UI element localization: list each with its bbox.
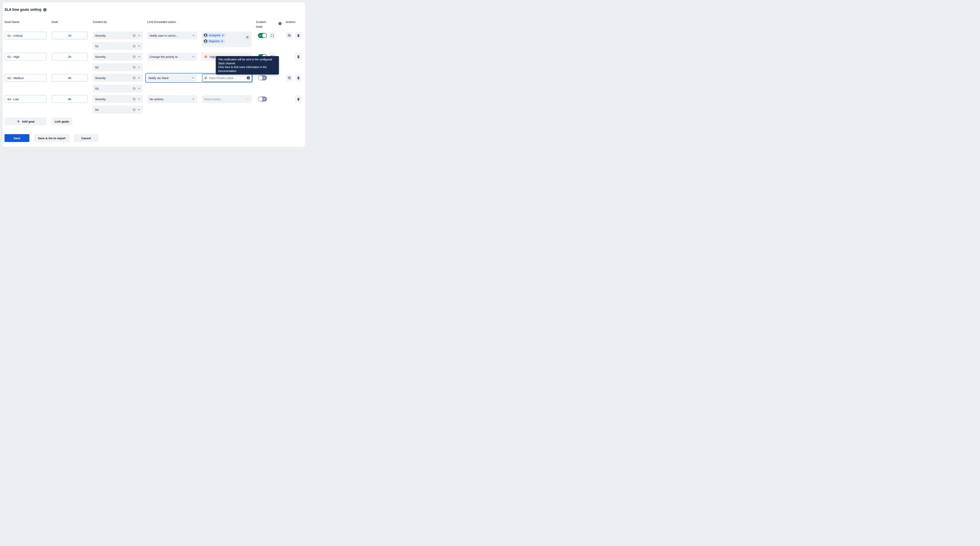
trash-icon [296, 97, 300, 101]
select-value: Severity [95, 76, 131, 80]
cancel-label: Cancel [81, 136, 91, 140]
select-value: Notify via Slack [149, 76, 190, 80]
column-header-custom-field: Custom Field [256, 19, 270, 29]
comment-button[interactable] [286, 32, 293, 40]
remove-icon[interactable] [222, 34, 224, 37]
sla-settings-page: SLA time goals setting Goal Name Goal Co… [0, 0, 307, 148]
clear-icon[interactable] [132, 108, 136, 112]
clear-icon[interactable] [132, 66, 136, 69]
custom-field-toggle-cell [258, 95, 268, 103]
save-go-report-label: Save & Go to report [38, 136, 65, 140]
trash-icon [296, 34, 300, 37]
chevron-down-icon [191, 77, 194, 79]
context-value-select[interactable]: S4 [93, 106, 143, 113]
chip-label: Reporter [209, 40, 220, 43]
remove-icon[interactable] [221, 40, 223, 42]
goal-input[interactable] [54, 34, 85, 37]
cross-icon [263, 98, 266, 100]
column-header-context-by: Context by [93, 19, 107, 24]
goal-input[interactable] [54, 97, 85, 101]
trash-icon [296, 76, 300, 80]
link-goals-button[interactable]: Link goals [51, 118, 72, 125]
custom-field-toggle[interactable] [258, 33, 267, 38]
clear-all-icon[interactable] [245, 34, 250, 40]
chevron-down-icon [138, 77, 140, 79]
cross-icon [263, 77, 266, 79]
link-goals-label: Link goals [55, 120, 69, 123]
comment-icon [287, 34, 291, 37]
limit-action-select[interactable]: Notify via Slack [146, 74, 197, 82]
column-header-actions: Actions [286, 19, 295, 24]
goal-field [51, 32, 88, 40]
clear-icon[interactable] [132, 87, 136, 90]
notify-users-multiselect[interactable]: Assignee Reporter [202, 32, 252, 47]
goal-name-input[interactable] [7, 76, 44, 80]
context-field-select[interactable]: Severity [93, 95, 143, 103]
select-value: Severity [95, 34, 131, 37]
slack-notification-tooltip[interactable]: This notification will be sent to the co… [216, 56, 279, 75]
custom-field-toggle[interactable] [258, 96, 267, 102]
delete-button[interactable] [295, 74, 302, 82]
goal-name-input[interactable] [7, 97, 44, 101]
select-value: No actions [150, 97, 190, 101]
cancel-button[interactable]: Cancel [74, 134, 99, 142]
expand-button[interactable] [269, 32, 276, 40]
chevron-down-icon [192, 34, 195, 37]
priority-highest-icon [204, 55, 208, 59]
goal-name-field [5, 74, 47, 82]
chevron-down-icon [138, 45, 140, 48]
goal-input[interactable] [54, 76, 85, 80]
clear-icon[interactable] [132, 76, 136, 80]
tooltip-line-2: Click here to find more information in t… [218, 65, 277, 73]
custom-field-toggle-cell [258, 74, 268, 82]
select-value: S4 [95, 108, 131, 112]
context-value-select[interactable]: S1 [93, 42, 143, 50]
delete-button[interactable] [295, 53, 302, 61]
action-param-select-disabled[interactable]: Select action [202, 95, 252, 103]
user-chip[interactable]: Reporter [203, 39, 225, 43]
comment-icon [287, 76, 291, 80]
info-icon[interactable] [247, 76, 250, 80]
chevron-down-icon [138, 87, 140, 90]
comment-button[interactable] [286, 74, 293, 82]
goal-field [51, 53, 88, 61]
select-value: Severity [95, 55, 131, 58]
select-placeholder: Select action [204, 97, 245, 101]
delete-button[interactable] [295, 32, 302, 40]
slack-webhook-field[interactable]: https://hooks.slack. [202, 74, 252, 82]
goal-name-input[interactable] [7, 34, 44, 37]
user-chip[interactable]: Assignee [203, 33, 226, 38]
limit-action-select[interactable]: No actions [147, 95, 197, 103]
limit-action-select[interactable]: Notify user in comm... [147, 32, 197, 40]
save-button[interactable]: Save [5, 134, 29, 142]
delete-button[interactable] [295, 95, 302, 103]
add-goal-button[interactable]: Add goal [5, 118, 47, 125]
tooltip-line-1: This notification will be sent to the co… [218, 57, 277, 65]
context-field-select[interactable]: Severity [93, 74, 143, 82]
chevron-down-icon [138, 98, 140, 101]
context-value-select[interactable]: S3 [93, 85, 143, 93]
goal-name-field [5, 32, 47, 40]
goal-name-field [5, 53, 47, 61]
chevron-down-icon [247, 98, 249, 101]
column-header-limit-exceeded: Limit Exceeded action [147, 19, 176, 24]
context-field-select[interactable]: Severity [93, 32, 143, 40]
select-value: Severity [95, 97, 131, 101]
goal-name-input[interactable] [7, 55, 44, 58]
info-icon[interactable] [278, 22, 282, 25]
clear-icon[interactable] [132, 55, 136, 58]
save-go-report-button[interactable]: Save & Go to report [34, 134, 69, 142]
save-label: Save [14, 136, 21, 140]
slack-webhook-value: https://hooks.slack. [209, 76, 245, 80]
clear-icon[interactable] [132, 97, 136, 101]
clear-icon[interactable] [132, 45, 136, 48]
goal-input[interactable] [54, 55, 85, 58]
trash-icon [296, 55, 300, 59]
select-value: S2 [95, 66, 131, 69]
info-icon[interactable] [43, 8, 47, 11]
context-field-select[interactable]: Severity [93, 53, 143, 61]
custom-field-toggle[interactable] [258, 75, 267, 80]
clear-icon[interactable] [132, 34, 136, 37]
context-value-select[interactable]: S2 [93, 63, 143, 71]
limit-action-select[interactable]: Change the priority to [147, 53, 197, 61]
